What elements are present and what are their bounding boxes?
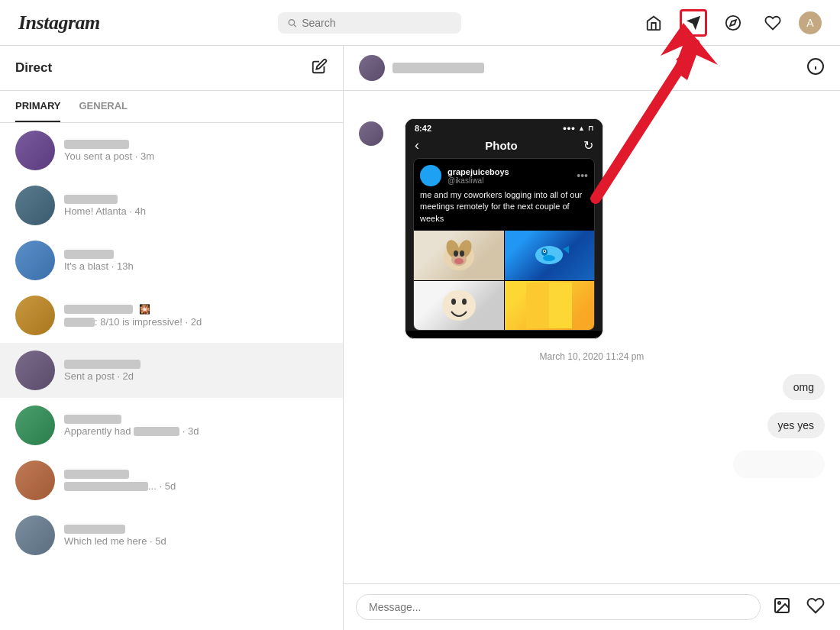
chat-header-left xyxy=(359,55,484,81)
message-bubble: yes yes xyxy=(767,412,825,438)
list-item[interactable]: 🎇 : 8/10 is impressive! · 2d xyxy=(0,288,343,343)
last-message: Apparently had · 3d xyxy=(64,425,328,437)
contact-name-blur xyxy=(64,415,121,424)
panel-header: Direct xyxy=(0,46,343,91)
svg-point-0 xyxy=(289,19,295,24)
heart-like-icon xyxy=(806,596,825,615)
conversation-info: 🎇 : 8/10 is impressive! · 2d xyxy=(64,304,328,328)
compass-icon xyxy=(725,15,741,31)
contact-name-blur xyxy=(64,470,129,479)
search-bar[interactable] xyxy=(278,12,461,34)
message-bubble: omg xyxy=(783,374,825,400)
notifications-button[interactable] xyxy=(759,9,787,37)
list-item[interactable]: Sent a post · 2d xyxy=(0,343,343,398)
svg-point-20 xyxy=(451,299,456,305)
message-row: omg xyxy=(359,374,825,400)
avatar xyxy=(15,460,55,500)
main-content: Direct PRIMARY GENERAL Y xyxy=(0,46,840,630)
typing-indicator-area xyxy=(359,451,825,478)
tweet-image-2 xyxy=(505,231,595,280)
conversation-info: Which led me here · 5d xyxy=(64,525,328,547)
tweet-username: grapejuiceboys xyxy=(447,167,509,176)
phone-frame: 8:42 ●●● ▲ ⊓ ‹ Photo ↻ xyxy=(405,119,603,331)
chat-panel: 8:42 ●●● ▲ ⊓ ‹ Photo ↻ xyxy=(344,46,840,630)
info-icon xyxy=(806,57,825,76)
svg-point-18 xyxy=(543,255,555,261)
svg-point-2 xyxy=(726,15,740,29)
last-message: Which led me here · 5d xyxy=(64,535,328,547)
svg-point-17 xyxy=(544,250,545,252)
svg-point-12 xyxy=(460,250,464,257)
conversation-info: Sent a post · 2d xyxy=(64,360,328,382)
list-item[interactable]: Apparently had · 3d xyxy=(0,398,343,453)
sender-avatar xyxy=(359,121,383,146)
phone-statusbar: 8:42 ●●● ▲ ⊓ xyxy=(405,119,603,134)
message-timestamp: March 10, 2020 11:24 pm xyxy=(359,351,825,362)
home-button[interactable] xyxy=(640,9,667,37)
shared-post-card[interactable]: 8:42 ●●● ▲ ⊓ ‹ Photo ↻ xyxy=(405,118,603,339)
tweet-text: me and my coworkers logging into all of … xyxy=(414,189,594,231)
last-message: ... · 5d xyxy=(64,480,328,492)
chat-contact-avatar xyxy=(359,55,385,81)
explore-button[interactable] xyxy=(719,9,747,37)
tab-primary[interactable]: PRIMARY xyxy=(15,91,60,122)
contact-name-blur xyxy=(64,140,129,149)
tweet-header: grapejuiceboys @ikasliwal ••• xyxy=(414,159,594,189)
chat-header xyxy=(344,46,840,91)
avatar xyxy=(15,351,55,390)
contact-name-blur xyxy=(64,195,118,204)
list-item[interactable]: Home! Atlanta · 4h xyxy=(0,178,343,233)
status-icons: ●●● ▲ ⊓ xyxy=(563,124,593,132)
compose-button[interactable] xyxy=(311,58,328,78)
back-arrow: ‹ xyxy=(415,137,419,153)
last-message: Home! Atlanta · 4h xyxy=(64,205,328,217)
avatar xyxy=(15,241,55,280)
conversation-info: ... · 5d xyxy=(64,470,328,492)
phone-nav-bar: ‹ Photo ↻ xyxy=(405,134,603,158)
profile-avatar-nav[interactable]: A xyxy=(799,11,822,34)
message-input-wrapper[interactable] xyxy=(356,594,761,620)
chat-info-button[interactable] xyxy=(806,57,825,79)
avatar xyxy=(15,405,55,445)
list-item[interactable]: Which led me here · 5d xyxy=(0,508,343,563)
message-input-area xyxy=(344,583,840,630)
emoji-badge: 🎇 xyxy=(139,304,150,315)
tweet-images xyxy=(414,231,594,330)
message-tabs: PRIMARY GENERAL xyxy=(0,91,343,123)
tweet-handle: @ikasliwal xyxy=(447,176,509,185)
chat-contact-name-blur xyxy=(393,63,484,73)
avatar xyxy=(15,131,55,170)
like-button[interactable] xyxy=(803,593,828,621)
top-nav: Instagram xyxy=(0,0,840,46)
search-input[interactable] xyxy=(302,17,452,29)
direct-title: Direct xyxy=(15,60,52,76)
last-message: It's a blast · 13h xyxy=(64,260,328,272)
last-message: : 8/10 is impressive! · 2d xyxy=(64,316,328,328)
list-item[interactable]: You sent a post · 3m xyxy=(0,123,343,178)
search-icon xyxy=(287,18,297,28)
image-icon xyxy=(773,596,791,615)
messages-area: 8:42 ●●● ▲ ⊓ ‹ Photo ↻ xyxy=(344,91,840,583)
conversation-info: It's a blast · 13h xyxy=(64,250,328,272)
avatar xyxy=(15,515,55,555)
tab-general[interactable]: GENERAL xyxy=(79,91,128,122)
photo-title: Photo xyxy=(485,139,518,152)
list-item[interactable]: It's a blast · 13h xyxy=(0,233,343,288)
avatar xyxy=(15,296,55,335)
tweet-image-3 xyxy=(414,281,504,331)
tweet-image-1 xyxy=(414,231,504,280)
conversation-info: You sent a post · 3m xyxy=(64,140,328,162)
tweet-more-icon: ••• xyxy=(577,170,588,182)
tweet-image-4 xyxy=(505,281,595,331)
image-upload-button[interactable] xyxy=(770,593,794,621)
last-message: You sent a post · 3m xyxy=(64,150,328,162)
refresh-icon: ↻ xyxy=(583,138,593,153)
direct-messages-button[interactable] xyxy=(680,9,707,37)
svg-point-11 xyxy=(454,250,458,257)
svg-marker-3 xyxy=(730,20,736,26)
avatar-initial: A xyxy=(806,17,813,29)
svg-point-13 xyxy=(454,258,464,264)
contact-name-blur xyxy=(64,360,141,369)
list-item[interactable]: ... · 5d xyxy=(0,453,343,508)
message-input[interactable] xyxy=(369,601,748,613)
